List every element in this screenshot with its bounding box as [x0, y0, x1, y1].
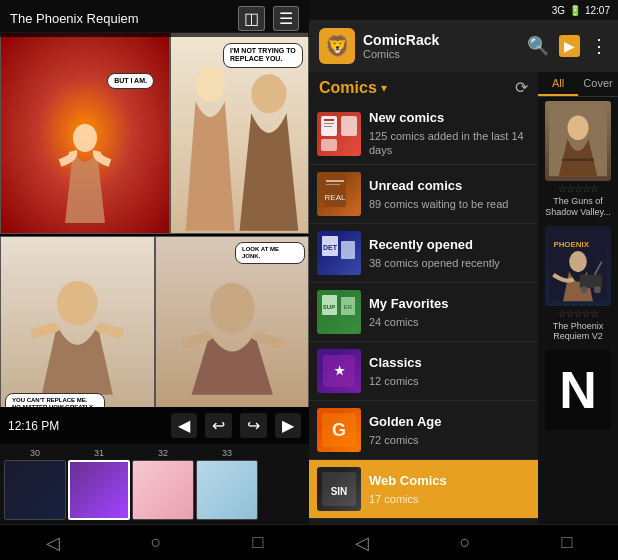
cover-list: ☆☆☆☆☆ The Guns of Shadow Valley... PHOEN…	[538, 97, 618, 524]
clock: 12:07	[585, 5, 610, 16]
my-favorites-title: My Favorites	[369, 296, 530, 313]
svg-point-3	[57, 281, 98, 326]
search-icon[interactable]: 🔍	[527, 35, 549, 57]
list-item-my-favorites[interactable]: SUP ER My Favorites 24 comics	[309, 283, 538, 342]
comic-panels-bottom: YOU CAN'T REPLACE ME. NO MATTER HOW GREA…	[0, 236, 309, 407]
app-header: 🦁 ComicRack Comics 🔍 ▶ ⋮	[309, 20, 618, 72]
export-icon[interactable]: ▶	[559, 35, 580, 57]
my-favorites-desc: 24 comics	[369, 315, 530, 329]
recently-opened-desc: 38 comics opened recently	[369, 256, 530, 270]
svg-rect-9	[341, 116, 357, 136]
cover-stars-guns: ☆☆☆☆☆	[558, 183, 598, 194]
unread-comics-text: Unread comics 89 comics waiting to be re…	[369, 178, 530, 211]
overflow-menu-icon[interactable]: ⋮	[590, 35, 608, 57]
list-item-classics[interactable]: ★ Classics 12 comics	[309, 342, 538, 401]
section-title: Comics	[319, 79, 377, 97]
svg-rect-13	[326, 184, 340, 185]
new-comics-desc: 125 comics added in the last 14 days	[369, 129, 530, 158]
thumbnail-32[interactable]: 32	[132, 448, 194, 520]
menu-button[interactable]: ☰	[273, 6, 299, 31]
bottom-controls: 12:16 PM ◀ ↩ ↪ ▶	[0, 407, 309, 444]
list-item-golden-age[interactable]: G Golden Age 72 comics	[309, 401, 538, 460]
recently-opened-title: Recently opened	[369, 237, 530, 254]
comic-title: The Phoenix Requiem	[10, 11, 139, 26]
cover-sidebar: All Cover	[538, 72, 618, 524]
cover-img-phoenix: PHOENIX	[545, 226, 611, 306]
refresh-button[interactable]: ⟳	[515, 78, 528, 97]
classics-desc: 12 comics	[369, 374, 530, 388]
prev-page-button[interactable]: ◀	[171, 413, 197, 438]
my-favorites-thumb: SUP ER	[317, 290, 361, 334]
cover-title-guns: The Guns of Shadow Valley...	[542, 196, 614, 218]
svg-point-33	[569, 251, 587, 272]
svg-point-36	[594, 286, 601, 293]
list-item-new-comics[interactable]: New comics 125 comics added in the last …	[309, 103, 538, 165]
unread-comics-thumb: REAL	[317, 172, 361, 216]
tab-cover[interactable]: Cover	[578, 72, 618, 96]
list-item-unread-comics[interactable]: REAL Unread comics 89 comics waiting to …	[309, 165, 538, 224]
status-bar: 3G 🔋 12:07	[309, 0, 618, 20]
svg-point-35	[581, 286, 588, 293]
cover-item-n[interactable]: N	[542, 350, 614, 432]
cover-item-phoenix[interactable]: PHOENIX ☆☆☆☆☆	[542, 226, 614, 343]
cover-img-n: N	[545, 350, 611, 430]
svg-text:DET: DET	[323, 244, 338, 251]
cover-title-phoenix: The Phoenix Requiem V2	[542, 321, 614, 343]
section-header: Comics ▾ ⟳	[309, 72, 538, 103]
svg-text:REAL: REAL	[325, 193, 346, 202]
svg-point-2	[251, 74, 286, 113]
playback-controls: ◀ ↩ ↪ ▶	[171, 413, 301, 438]
app-logo: 🦁	[319, 28, 355, 64]
svg-rect-7	[324, 123, 334, 124]
svg-text:SIN: SIN	[331, 486, 348, 497]
svg-point-0	[73, 124, 97, 152]
cover-item-guns[interactable]: ☆☆☆☆☆ The Guns of Shadow Valley...	[542, 101, 614, 218]
new-comics-title: New comics	[369, 110, 530, 127]
right-home-nav-icon[interactable]: ○	[460, 532, 471, 553]
thumbnail-31[interactable]: 31	[68, 448, 130, 520]
tab-all[interactable]: All	[538, 72, 578, 96]
right-bottom-nav: ◁ ○ □	[309, 524, 618, 560]
left-header: The Phoenix Requiem ◫ ☰	[0, 0, 309, 37]
panel-bottom-left: YOU CAN'T REPLACE ME. NO MATTER HOW GREA…	[0, 236, 155, 407]
unread-comics-desc: 89 comics waiting to be read	[369, 197, 530, 211]
list-item-web-comics[interactable]: SIN Web Comics 17 comics	[309, 460, 538, 519]
layout-toggle-button[interactable]: ◫	[238, 6, 265, 31]
recents-nav-icon[interactable]: □	[253, 532, 264, 553]
cover-stars-phoenix: ☆☆☆☆☆	[558, 308, 598, 319]
home-nav-icon[interactable]: ○	[151, 532, 162, 553]
svg-text:SUP: SUP	[323, 304, 335, 310]
my-favorites-text: My Favorites 24 comics	[369, 296, 530, 329]
thumbnail-33[interactable]: 33	[196, 448, 258, 520]
battery-icon: 🔋	[569, 5, 581, 16]
golden-age-text: Golden Age 72 comics	[369, 414, 530, 447]
new-comics-thumb	[317, 112, 361, 156]
right-recents-nav-icon[interactable]: □	[562, 532, 573, 553]
svg-rect-30	[562, 159, 594, 162]
thumbnail-strip: 30 31 32 33	[0, 444, 309, 524]
next-page-button[interactable]: ▶	[275, 413, 301, 438]
svg-text:★: ★	[334, 364, 345, 378]
speech-bubble-3: YOU CAN'T REPLACE ME. NO MATTER HOW GREA…	[5, 393, 105, 407]
list-item-recently-opened[interactable]: DET Recently opened 38 comics opened rec…	[309, 224, 538, 283]
speech-bubble-4: LOOK AT ME JONK.	[235, 242, 305, 264]
thumbnail-30[interactable]: 30	[4, 448, 66, 520]
svg-text:ER: ER	[344, 304, 353, 310]
comic-viewer[interactable]: ☰ ★ ℹ BUT I AM.	[0, 0, 309, 407]
svg-point-4	[209, 283, 254, 334]
speech-bubble-2: I'M NOT TRYING TO REPLACE YOU.	[223, 43, 303, 68]
classics-text: Classics 12 comics	[369, 355, 530, 388]
left-bottom-nav: ◁ ○ □	[0, 524, 309, 560]
header-actions: 🔍 ▶ ⋮	[527, 35, 608, 57]
signal-indicator: 3G	[552, 5, 565, 16]
undo-button[interactable]: ↩	[205, 413, 232, 438]
redo-button[interactable]: ↪	[240, 413, 267, 438]
comic-panel-right: I'M NOT TRYING TO REPLACE YOU.	[170, 32, 309, 234]
right-back-nav-icon[interactable]: ◁	[355, 532, 369, 554]
web-comics-thumb: SIN	[317, 467, 361, 511]
recently-opened-text: Recently opened 38 comics opened recentl…	[369, 237, 530, 270]
back-nav-icon[interactable]: ◁	[46, 532, 60, 554]
cover-tabs: All Cover	[538, 72, 618, 97]
app-name: ComicRack	[363, 32, 519, 48]
app-subtitle: Comics	[363, 48, 519, 60]
